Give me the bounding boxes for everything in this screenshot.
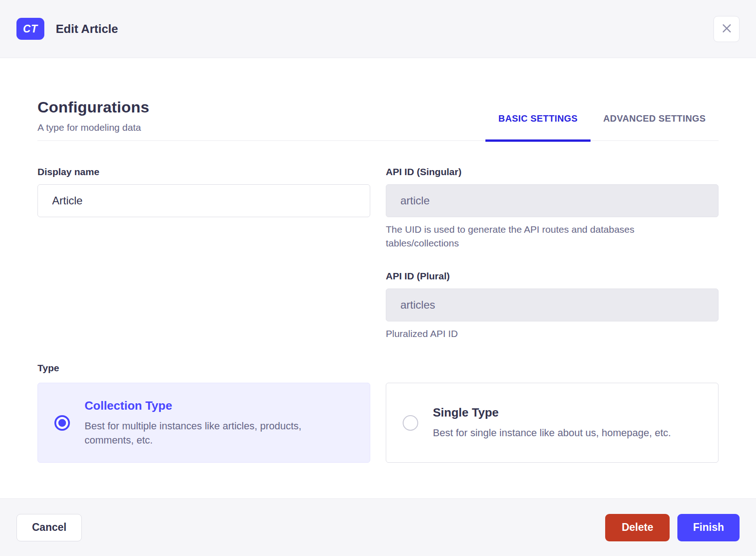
api-id-plural-label: API ID (Plural) <box>386 271 719 282</box>
collection-type-title: Collection Type <box>85 399 345 413</box>
collection-type-option[interactable]: Collection Type Best for multiple instan… <box>37 383 370 463</box>
api-id-singular-helper: The UID is used to generate the API rout… <box>386 223 687 251</box>
section-header: Configurations A type for modeling data … <box>37 98 719 141</box>
api-id-singular-input <box>386 184 719 217</box>
tab-basic-settings[interactable]: BASIC SETTINGS <box>485 113 590 142</box>
close-button[interactable] <box>713 16 740 42</box>
close-icon <box>721 22 733 36</box>
modal-header: CT Edit Article <box>0 0 756 58</box>
content-type-badge: CT <box>16 18 44 40</box>
single-type-text: Single Type Best for single instance lik… <box>433 406 671 440</box>
page-title: Configurations <box>37 98 149 116</box>
modal-title: Edit Article <box>56 22 118 36</box>
content-type-badge-label: CT <box>23 23 38 35</box>
footer-actions: Delete Finish <box>605 514 740 541</box>
modal-body: Configurations A type for modeling data … <box>0 58 756 498</box>
api-id-plural-helper: Pluralized API ID <box>386 327 687 341</box>
display-name-label: Display name <box>37 166 370 177</box>
single-type-option[interactable]: Single Type Best for single instance lik… <box>386 383 719 463</box>
tab-advanced-settings[interactable]: ADVANCED SETTINGS <box>591 113 719 142</box>
api-id-plural-input <box>386 289 719 321</box>
type-section: Type Collection Type Best for multiple i… <box>37 363 719 463</box>
collection-type-description: Best for multiple instances like article… <box>85 419 345 447</box>
configuration-form: Display name API ID (Singular) The UID i… <box>37 166 719 341</box>
collection-type-radio[interactable] <box>54 415 70 431</box>
type-options: Collection Type Best for multiple instan… <box>37 383 719 463</box>
modal-footer: Cancel Delete Finish <box>0 498 756 556</box>
api-id-singular-field: API ID (Singular) The UID is used to gen… <box>386 166 719 251</box>
finish-button[interactable]: Finish <box>677 514 740 541</box>
delete-button[interactable]: Delete <box>605 514 670 541</box>
single-type-radio[interactable] <box>403 415 418 431</box>
display-name-field: Display name <box>37 166 370 251</box>
settings-tabs: BASIC SETTINGS ADVANCED SETTINGS <box>485 113 719 140</box>
type-label: Type <box>37 363 719 374</box>
edit-content-type-modal: CT Edit Article Configurations A type fo… <box>0 0 756 556</box>
api-id-plural-field: API ID (Plural) Pluralized API ID <box>386 271 719 341</box>
cancel-button[interactable]: Cancel <box>16 514 82 541</box>
single-type-title: Single Type <box>433 406 671 420</box>
collection-type-text: Collection Type Best for multiple instan… <box>85 399 345 447</box>
section-titles: Configurations A type for modeling data <box>37 98 149 140</box>
display-name-input[interactable] <box>37 184 370 217</box>
page-subtitle: A type for modeling data <box>37 122 149 133</box>
api-id-singular-label: API ID (Singular) <box>386 166 719 177</box>
single-type-description: Best for single instance like about us, … <box>433 426 671 440</box>
